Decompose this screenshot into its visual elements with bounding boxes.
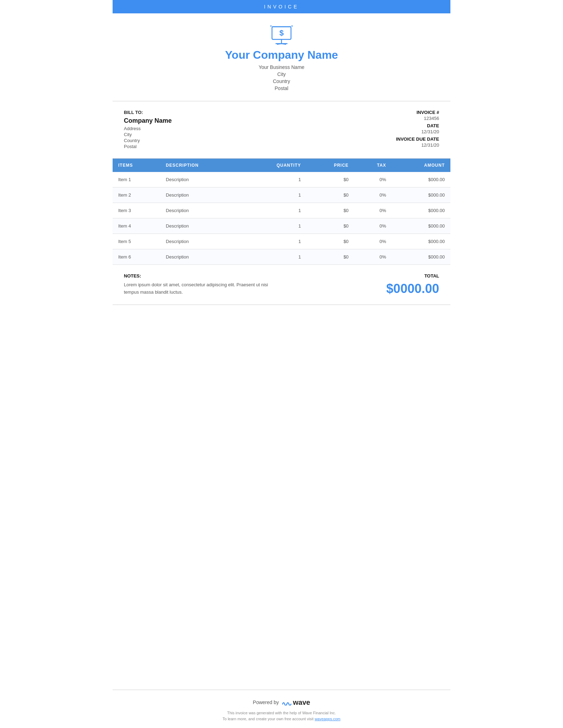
cell-quantity: 1 [241, 234, 306, 249]
cell-description: Description [160, 203, 241, 218]
cell-quantity: 1 [241, 249, 306, 265]
top-bar: INVOICE [113, 0, 450, 13]
company-country: Country [273, 78, 290, 84]
total-amount: $0000.00 [369, 281, 439, 296]
footer-link[interactable]: waveapps.com [315, 717, 340, 721]
cell-amount: $000.00 [392, 187, 450, 203]
cell-amount: $000.00 [392, 234, 450, 249]
company-name: Your Company Name [225, 49, 338, 62]
client-address: Address [124, 126, 369, 131]
cell-description: Description [160, 249, 241, 265]
cell-item: Item 1 [113, 172, 160, 187]
table-row: Item 3 Description 1 $0 0% $000.00 [113, 203, 450, 218]
notes-column: NOTES: Lorem ipsum dolor sit amet, conse… [124, 273, 369, 296]
invoice-info-column: INVOICE # 123456 DATE 12/31/20 INVOICE D… [369, 110, 439, 150]
cell-item: Item 3 [113, 203, 160, 218]
cell-description: Description [160, 172, 241, 187]
wave-logo-icon [282, 699, 292, 705]
footer-small-text: This invoice was generated with the help… [222, 710, 340, 722]
table-row: Item 6 Description 1 $0 0% $000.00 [113, 249, 450, 265]
cell-quantity: 1 [241, 218, 306, 234]
cell-quantity: 1 [241, 172, 306, 187]
cell-price: $0 [306, 172, 354, 187]
cell-description: Description [160, 234, 241, 249]
table-row: Item 4 Description 1 $0 0% $000.00 [113, 218, 450, 234]
bill-to-label: BILL TO: [124, 110, 369, 115]
col-amount: AMOUNT [392, 159, 450, 172]
cell-tax: 0% [354, 218, 392, 234]
footer: Powered by wave This invoice was generat… [113, 690, 450, 728]
invoice-label: INVOICE [264, 4, 299, 9]
notes-total-section: NOTES: Lorem ipsum dolor sit amet, conse… [113, 265, 450, 305]
cell-amount: $000.00 [392, 249, 450, 265]
invoice-num: 123456 [369, 116, 439, 121]
cell-item: Item 4 [113, 218, 160, 234]
cell-price: $0 [306, 203, 354, 218]
cell-description: Description [160, 218, 241, 234]
col-description: DESCRIPTION [160, 159, 241, 172]
col-items: ITEMS [113, 159, 160, 172]
table-row: Item 1 Description 1 $0 0% $000.00 [113, 172, 450, 187]
powered-by-label: Powered by [253, 700, 279, 705]
total-column: TOTAL $0000.00 [369, 273, 439, 296]
cell-price: $0 [306, 249, 354, 265]
cell-amount: $000.00 [392, 218, 450, 234]
invoice-due-date: 12/31/20 [369, 142, 439, 148]
svg-text:$: $ [279, 28, 284, 37]
cell-item: Item 6 [113, 249, 160, 265]
cell-tax: 0% [354, 172, 392, 187]
footer-text2: To learn more, and create your own free … [222, 717, 314, 721]
cell-price: $0 [306, 234, 354, 249]
cell-quantity: 1 [241, 203, 306, 218]
cell-price: $0 [306, 187, 354, 203]
cell-tax: 0% [354, 187, 392, 203]
client-country: Country [124, 138, 369, 143]
cell-amount: $000.00 [392, 203, 450, 218]
company-city: City [277, 71, 286, 77]
cell-tax: 0% [354, 234, 392, 249]
due-date-label: INVOICE DUE DATE [369, 136, 439, 142]
bill-to-column: BILL TO: Company Name Address City Count… [124, 110, 369, 150]
table-header: ITEMS DESCRIPTION QUANTITY PRICE TAX AMO… [113, 159, 450, 172]
client-city: City [124, 132, 369, 137]
business-name: Your Business Name [259, 64, 304, 70]
wave-logo-text: wave [293, 698, 310, 707]
client-postal: Postal [124, 144, 369, 149]
items-table: ITEMS DESCRIPTION QUANTITY PRICE TAX AMO… [113, 159, 450, 265]
table-row: Item 5 Description 1 $0 0% $000.00 [113, 234, 450, 249]
cell-item: Item 2 [113, 187, 160, 203]
total-label: TOTAL [369, 273, 439, 279]
footer-text1: This invoice was generated with the help… [227, 711, 336, 715]
invoice-date: 12/31/20 [369, 129, 439, 134]
company-logo-icon: $ [269, 24, 294, 45]
cell-item: Item 5 [113, 234, 160, 249]
client-name: Company Name [124, 117, 369, 124]
col-tax: TAX [354, 159, 392, 172]
cell-amount: $000.00 [392, 172, 450, 187]
table-row: Item 2 Description 1 $0 0% $000.00 [113, 187, 450, 203]
cell-tax: 0% [354, 203, 392, 218]
billing-section: BILL TO: Company Name Address City Count… [113, 101, 450, 159]
cell-tax: 0% [354, 249, 392, 265]
col-price: PRICE [306, 159, 354, 172]
powered-by: Powered by wave [253, 698, 310, 707]
cell-price: $0 [306, 218, 354, 234]
invoice-num-label: INVOICE # [369, 110, 439, 115]
date-label: DATE [369, 123, 439, 128]
cell-quantity: 1 [241, 187, 306, 203]
col-quantity: QUANTITY [241, 159, 306, 172]
wave-logo: wave [282, 698, 310, 707]
notes-label: NOTES: [124, 273, 369, 279]
notes-text: Lorem ipsum dolor sit amet, consectetur … [124, 281, 272, 296]
cell-description: Description [160, 187, 241, 203]
company-postal: Postal [275, 85, 289, 91]
company-header: $ Your Company Name Your Business Name C… [113, 13, 450, 101]
